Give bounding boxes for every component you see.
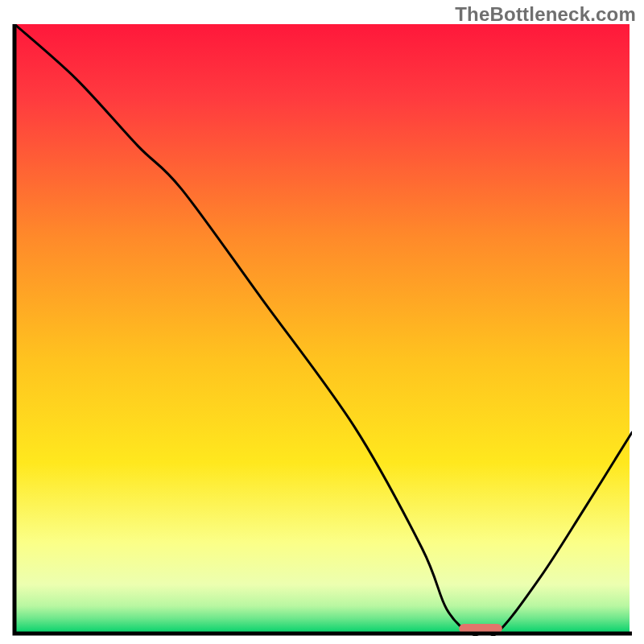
chart-svg	[12, 24, 632, 636]
plot-area	[12, 24, 632, 636]
gradient-background	[14, 24, 630, 634]
chart-container: TheBottleneck.com	[0, 0, 644, 644]
watermark-text: TheBottleneck.com	[455, 3, 636, 26]
